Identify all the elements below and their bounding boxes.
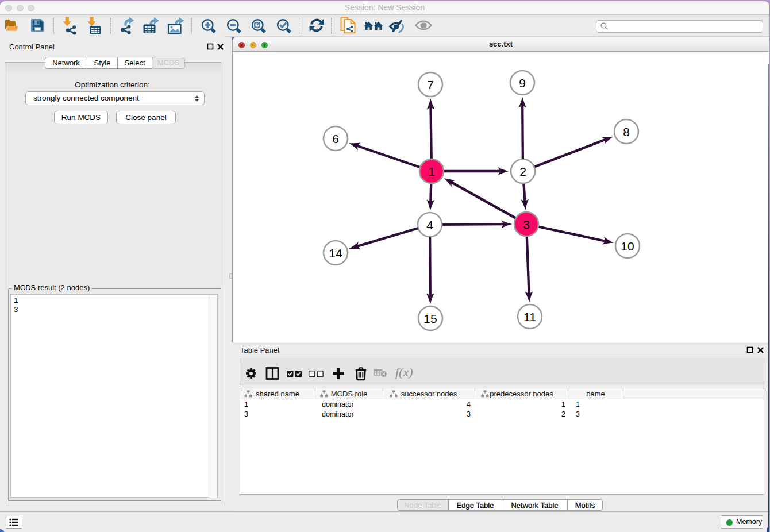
svg-text:6: 6 — [332, 132, 339, 145]
svg-text:10: 10 — [621, 240, 634, 253]
svg-text:9: 9 — [519, 76, 526, 90]
svg-text:3: 3 — [523, 218, 530, 231]
svg-text:14: 14 — [329, 246, 342, 260]
svg-text:11: 11 — [523, 310, 536, 323]
svg-text:8: 8 — [623, 125, 630, 138]
svg-text:15: 15 — [424, 312, 437, 325]
svg-text:7: 7 — [427, 78, 434, 91]
svg-text:4: 4 — [426, 218, 433, 232]
svg-text:1: 1 — [428, 165, 435, 178]
svg-text:2: 2 — [519, 165, 526, 178]
